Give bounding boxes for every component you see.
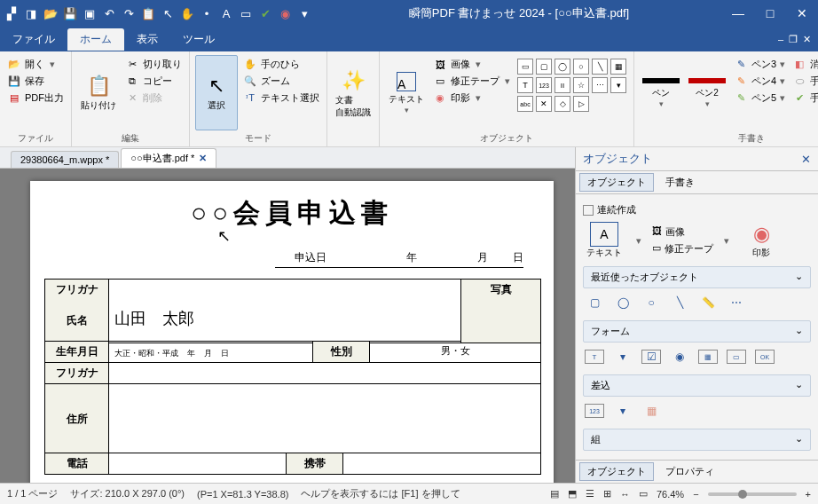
recent-oval[interactable]: ◯ <box>613 295 633 310</box>
sp-tab-object[interactable]: オブジェクト <box>579 173 654 192</box>
merge-field[interactable]: 123 <box>585 404 604 418</box>
sp-tab-handwrite[interactable]: 手書き <box>657 173 703 192</box>
sp-image-button[interactable]: 🖼画像 <box>652 225 713 239</box>
shape-rect[interactable]: ▭ <box>517 59 533 75</box>
doc-tab-bg[interactable]: 29380664_m.wppx * <box>11 151 119 168</box>
auto-recognize-button[interactable]: ✨ 文書 自動認識 <box>329 55 377 133</box>
recent-ruler[interactable]: 📏 <box>698 295 718 310</box>
tab-tool[interactable]: ツール <box>170 28 227 51</box>
eraser-button[interactable]: ◧消しゴム▾ <box>790 57 818 72</box>
pen4-button[interactable]: ✎ペン4▾ <box>732 74 787 89</box>
shape-line[interactable]: ╲ <box>592 59 608 75</box>
shape-oval[interactable]: ◯ <box>555 59 570 75</box>
shape-circle[interactable]: ○ <box>573 59 589 75</box>
copy-button[interactable]: ⧉コピー <box>123 74 184 89</box>
pen5-button[interactable]: ✎ペン5▾ <box>732 91 787 106</box>
form-check[interactable]: ☑ <box>641 350 661 364</box>
continuous-checkbox[interactable]: 連続作成 <box>583 203 811 217</box>
shape-more2[interactable]: ▾ <box>610 77 626 93</box>
pen2-button[interactable]: ペン2▾ <box>686 55 728 130</box>
sb-icon-2[interactable]: ⬒ <box>568 488 577 500</box>
pdf-out-button[interactable]: ▤PDF出力 <box>5 91 66 106</box>
image-object-button[interactable]: 🖼画像▾ <box>431 57 512 72</box>
minimize-button[interactable]: — <box>726 6 751 20</box>
tab-view[interactable]: 表示 <box>124 28 170 51</box>
sb-icon-6[interactable]: ▭ <box>639 488 648 500</box>
qa-stamp-icon[interactable]: ◉ <box>277 5 293 21</box>
maximize-button[interactable]: □ <box>758 6 783 20</box>
sp-stamp-button[interactable]: ◉印影 <box>740 222 783 259</box>
form-text-dd[interactable]: ▾ <box>613 350 633 364</box>
mdi-min-icon[interactable]: – <box>778 34 783 45</box>
open-button[interactable]: 📂開く▾ <box>5 57 66 72</box>
tab-file[interactable]: ファイル <box>0 28 67 51</box>
select-mode-button[interactable]: ↖ 選択 <box>195 55 238 130</box>
qa-cursor-icon[interactable]: ↖ <box>160 5 176 21</box>
qa-dropdown-icon[interactable]: ▾ <box>296 5 312 21</box>
qa-undo-icon[interactable]: ↶ <box>101 5 117 21</box>
shape-star[interactable]: ☆ <box>573 77 589 93</box>
zoom-thumb[interactable] <box>738 490 747 499</box>
mdi-close-icon[interactable]: ✕ <box>803 34 811 45</box>
hw-select-button[interactable]: ⬭手書き 選択 <box>790 74 818 89</box>
text-select-mode-button[interactable]: ᶦTテキスト選択 <box>241 91 321 106</box>
sb-icon-3[interactable]: ☰ <box>586 488 594 500</box>
qa-tape-icon[interactable]: ▭ <box>238 5 254 21</box>
mdi-restore-icon[interactable]: ❐ <box>789 34 798 45</box>
sp-text-button[interactable]: Aテキスト <box>583 222 625 259</box>
pen3-button[interactable]: ✎ペン3▾ <box>732 57 787 72</box>
recent-more[interactable]: ⋯ <box>727 295 746 310</box>
acc-group[interactable]: 組⌄ <box>583 429 811 451</box>
shape-diamond[interactable]: ◇ <box>555 96 570 112</box>
text-object-button[interactable]: A テキスト▾ <box>385 55 428 130</box>
form-text[interactable]: T <box>585 350 604 364</box>
zoom-slider[interactable] <box>708 492 797 496</box>
hand-mode-button[interactable]: ✋手のひら <box>241 57 321 72</box>
recent-roundrect[interactable]: ▢ <box>585 295 604 310</box>
sp-text-dd[interactable]: ▾ <box>636 235 641 247</box>
qa-hand-icon[interactable]: ✋ <box>179 5 195 21</box>
form-radio[interactable]: ◉ <box>670 350 689 364</box>
tab-home[interactable]: ホーム <box>67 28 124 51</box>
delete-button[interactable]: ✕削除 <box>123 91 184 106</box>
doc-tab-active[interactable]: ○○申込書.pdf *✕ <box>121 148 216 168</box>
acc-recent[interactable]: 最近使ったオブジェクト⌄ <box>583 266 811 288</box>
zoom-mode-button[interactable]: 🔍ズーム <box>241 74 321 89</box>
paste-button[interactable]: 📋 貼り付け <box>77 55 120 130</box>
zoom-out-button[interactable]: − <box>693 489 698 500</box>
qa-redo-icon[interactable]: ↷ <box>121 5 137 21</box>
qa-check-icon[interactable]: ✔ <box>257 5 273 21</box>
save-button[interactable]: 💾保存 <box>5 74 66 89</box>
shape-num[interactable]: 123 <box>536 77 552 93</box>
form-combo[interactable]: ▭ <box>727 350 746 364</box>
bt-property[interactable]: プロパティ <box>657 462 722 481</box>
shape-tri[interactable]: ▷ <box>573 96 589 112</box>
pen1-button[interactable]: ペン▾ <box>640 55 682 130</box>
qa-dot-icon[interactable]: • <box>199 5 215 21</box>
sp-close-icon[interactable]: ✕ <box>801 153 811 166</box>
tab-close-icon[interactable]: ✕ <box>199 153 207 164</box>
close-button[interactable]: ✕ <box>790 6 814 20</box>
shape-textbox[interactable]: T <box>517 77 533 93</box>
shape-roman[interactable]: II <box>555 77 570 93</box>
shape-x[interactable]: ✕ <box>536 96 552 112</box>
canvas[interactable]: ○○会員申込書 申込日 年 月 日 フリガナ 写真 氏名 山田 太郎 <box>0 169 575 483</box>
qa-paste-icon[interactable]: 📋 <box>140 5 156 21</box>
shape-abc[interactable]: abc <box>517 96 533 112</box>
shape-table[interactable]: ▦ <box>610 59 626 75</box>
acc-merge[interactable]: 差込⌄ <box>583 374 811 397</box>
stamp-object-button[interactable]: ◉印影▾ <box>431 91 512 106</box>
qa-text-icon[interactable]: A <box>218 5 234 21</box>
qa-new-icon[interactable]: ◨ <box>23 5 39 21</box>
qa-export-icon[interactable]: ▣ <box>82 5 98 21</box>
tape-object-button[interactable]: ▭修正テープ▾ <box>431 74 512 89</box>
shape-round[interactable]: ▢ <box>536 59 552 75</box>
bt-object[interactable]: オブジェクト <box>579 462 654 481</box>
acc-form[interactable]: フォーム⌄ <box>583 320 811 343</box>
merge-table[interactable]: ▦ <box>641 404 661 418</box>
merge-dd[interactable]: ▾ <box>613 404 633 418</box>
cut-button[interactable]: ✂切り取り <box>123 57 184 72</box>
sb-icon-4[interactable]: ⊞ <box>603 488 611 500</box>
sp-image-dd[interactable]: ▾ <box>724 235 729 247</box>
sb-icon-5[interactable]: ↔ <box>620 489 630 500</box>
